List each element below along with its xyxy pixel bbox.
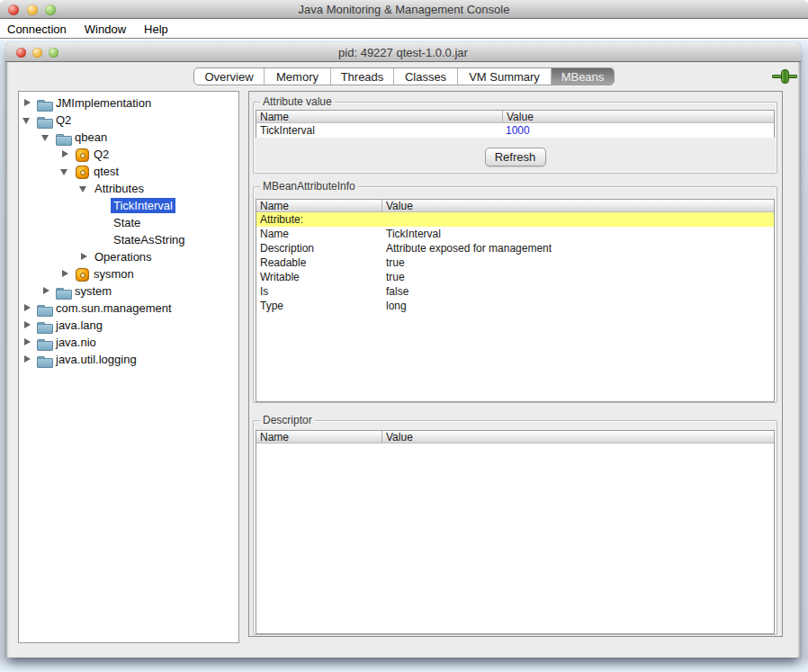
plug-head	[788, 75, 797, 78]
column-header-name: Name	[256, 431, 382, 443]
descriptor-table-header: Name Value	[256, 431, 774, 444]
descriptor-table: Name Value	[256, 430, 775, 634]
column-header-value: Value	[503, 111, 534, 122]
menu-bar: Connection Window Help	[0, 20, 808, 39]
tree-item-qtest[interactable]: qtest	[19, 163, 238, 180]
folder-icon	[35, 96, 53, 111]
tab-strip: Overview Memory Threads Classes VM Summa…	[5, 63, 801, 91]
tree-item-system[interactable]: system	[19, 282, 238, 300]
tab-memory[interactable]: Memory	[265, 68, 331, 85]
attribute-value-groupbox: Attribute value Name Value TickInterval …	[253, 102, 777, 174]
tree-indent-spacer	[95, 215, 111, 230]
tab-overview[interactable]: Overview	[194, 68, 265, 85]
expand-arrow-icon[interactable]	[20, 112, 35, 128]
table-row-readable[interactable]: Readable true	[256, 255, 774, 270]
tree-item-attributes[interactable]: Attributes	[19, 180, 238, 197]
folder-icon	[35, 353, 53, 367]
tree-item-sysmon[interactable]: sysmon	[19, 265, 238, 282]
collapse-arrow-icon[interactable]	[20, 95, 35, 111]
tree-item-q2[interactable]: Q2	[19, 112, 238, 129]
attribute-detail-panel: Attribute value Name Value TickInterval …	[248, 91, 783, 637]
folder-icon	[35, 113, 53, 128]
mbean-attribute-info-table-header: Name Value	[256, 200, 774, 212]
mbean-icon	[73, 267, 91, 282]
mbean-tree-panel: JMImplementation Q2 qbean Q2	[18, 91, 239, 643]
tab-threads[interactable]: Threads	[331, 68, 394, 85]
expand-arrow-icon[interactable]	[58, 164, 73, 179]
connection-plug-icon	[772, 69, 797, 84]
table-row-is[interactable]: Is false	[256, 284, 774, 299]
folder-icon	[35, 301, 53, 316]
tree-item-q2-bean[interactable]: Q2	[19, 146, 238, 163]
tree-item-jmimplementation[interactable]: JMImplementation	[19, 94, 238, 112]
tree-item-operations[interactable]: Operations	[19, 248, 238, 265]
tree-item-java-util-logging[interactable]: java.util.logging	[19, 351, 238, 368]
expand-arrow-icon[interactable]	[76, 181, 92, 196]
window-title: Java Monitoring & Management Console	[0, 3, 808, 16]
menu-connection[interactable]: Connection	[7, 22, 67, 36]
table-row-attribute-header[interactable]: Attribute:	[256, 212, 774, 227]
attribute-value-cell[interactable]: 1000	[503, 123, 530, 138]
tree-item-qbean[interactable]: qbean	[19, 129, 238, 146]
refresh-button[interactable]: Refresh	[485, 148, 546, 166]
table-row-type[interactable]: Type long	[256, 299, 774, 313]
connection-window-titlebar: pid: 49227 qtest-1.0.0.jar	[5, 42, 801, 62]
attribute-value-title: Attribute value	[260, 96, 335, 108]
mbean-attribute-info-title: MBeanAttributeInfo	[260, 181, 358, 193]
desktop-background: pid: 49227 qtest-1.0.0.jar Overview Memo…	[0, 40, 808, 672]
folder-icon	[54, 284, 72, 299]
column-header-value: Value	[382, 200, 413, 211]
tab-bar: Overview Memory Threads Classes VM Summa…	[193, 67, 615, 85]
collapse-arrow-icon[interactable]	[58, 266, 73, 282]
tree-item-com-sun-management[interactable]: com.sun.management	[19, 300, 238, 317]
attribute-value-table: Name Value TickInterval 1000	[256, 110, 775, 138]
tree-item-state[interactable]: State	[19, 214, 238, 231]
column-header-name: Name	[256, 200, 382, 211]
collapse-arrow-icon[interactable]	[76, 249, 92, 264]
outer-window-titlebar: Java Monitoring & Management Console	[0, 0, 808, 19]
collapse-arrow-icon[interactable]	[58, 147, 73, 162]
tree-item-tickinterval[interactable]: TickInterval	[19, 197, 238, 214]
collapse-arrow-icon[interactable]	[20, 318, 35, 333]
tab-vm-summary[interactable]: VM Summary	[458, 68, 552, 85]
connection-window-title: pid: 49227 qtest-1.0.0.jar	[5, 46, 801, 59]
attribute-value-row[interactable]: TickInterval 1000	[256, 123, 774, 138]
collapse-arrow-icon[interactable]	[20, 352, 35, 367]
tab-mbeans[interactable]: MBeans	[552, 68, 614, 85]
folder-icon	[35, 318, 53, 333]
tree-indent-spacer	[95, 198, 111, 213]
tree-item-java-nio[interactable]: java.nio	[19, 334, 238, 351]
tree-indent-spacer	[95, 232, 111, 247]
folder-icon	[54, 130, 72, 145]
mbean-attribute-info-table: Name Value Attribute: Name TickInterval …	[256, 199, 775, 402]
descriptor-title: Descriptor	[260, 415, 315, 426]
menu-window[interactable]: Window	[85, 22, 126, 36]
collapse-arrow-icon[interactable]	[39, 283, 54, 299]
column-header-name: Name	[256, 111, 503, 122]
descriptor-groupbox: Descriptor Name Value	[253, 420, 777, 635]
column-header-value: Value	[382, 431, 413, 443]
tab-classes[interactable]: Classes	[394, 68, 458, 85]
table-row-writable[interactable]: Writable true	[256, 270, 774, 284]
collapse-arrow-icon[interactable]	[20, 300, 35, 316]
table-row-description[interactable]: Description Attribute exposed for manage…	[256, 241, 774, 255]
expand-arrow-icon[interactable]	[39, 130, 54, 145]
menu-help[interactable]: Help	[144, 22, 168, 36]
folder-icon	[35, 336, 53, 350]
tree-item-java-lang[interactable]: java.lang	[19, 317, 238, 334]
connection-window: pid: 49227 qtest-1.0.0.jar Overview Memo…	[5, 42, 801, 658]
tree-item-stateasstring[interactable]: StateAsString	[19, 231, 238, 248]
mbean-attribute-info-groupbox: MBeanAttributeInfo Name Value Attribute:…	[253, 186, 777, 403]
mbean-icon	[73, 148, 91, 162]
table-row-name[interactable]: Name TickInterval	[256, 227, 774, 241]
attribute-value-table-header: Name Value	[256, 111, 774, 123]
mbean-icon	[73, 165, 91, 179]
mbean-tree: JMImplementation Q2 qbean Q2	[19, 92, 238, 368]
collapse-arrow-icon[interactable]	[20, 335, 35, 350]
